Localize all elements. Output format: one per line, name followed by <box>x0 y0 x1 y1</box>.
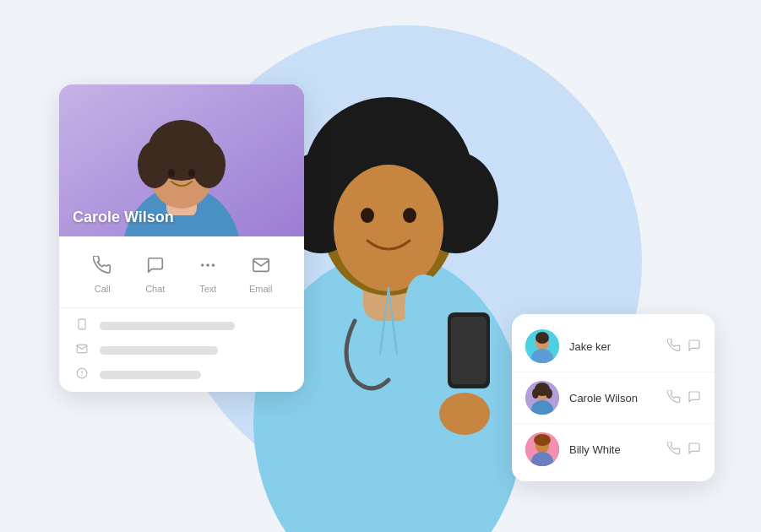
list-item: Billy White <box>512 424 715 475</box>
svg-point-8 <box>403 208 416 223</box>
svg-point-10 <box>439 393 490 435</box>
contact-name-overlay: Carole Wilson <box>73 209 174 226</box>
svg-point-21 <box>192 141 226 188</box>
list-item: Jake ker <box>512 321 715 372</box>
svg-point-24 <box>188 169 195 177</box>
call-label: Call <box>95 284 111 294</box>
contact-card: Carole Wilson Call Chat <box>59 84 304 392</box>
contact-info <box>59 308 304 392</box>
text-icon <box>193 250 223 280</box>
billy-call-icon[interactable] <box>667 442 681 458</box>
jake-avatar <box>525 329 559 363</box>
carole-call-icon[interactable] <box>667 390 681 406</box>
phone-info-line <box>100 322 235 330</box>
contact-actions: Call Chat Text <box>59 236 304 308</box>
svg-point-46 <box>534 434 551 446</box>
svg-point-27 <box>202 264 204 266</box>
list-item: Carole Wilson <box>512 372 715 424</box>
jake-call-icon[interactable] <box>667 339 681 355</box>
phone-info-row <box>76 318 287 333</box>
billy-name: Billy White <box>569 443 657 456</box>
email-label: Email <box>249 284 273 294</box>
contacts-list: Jake ker Car <box>512 314 715 481</box>
info-info-row <box>76 367 287 382</box>
svg-point-23 <box>168 169 175 177</box>
email-icon <box>246 250 276 280</box>
email-info-line <box>100 346 218 355</box>
svg-rect-12 <box>451 317 486 384</box>
svg-point-25 <box>207 264 209 266</box>
carole-avatar <box>525 381 559 415</box>
carole-chat-icon[interactable] <box>688 390 701 406</box>
svg-point-42 <box>546 388 552 399</box>
other-info-line <box>100 371 201 379</box>
svg-rect-28 <box>79 319 85 329</box>
chat-button[interactable]: Chat <box>140 250 171 294</box>
billy-avatar <box>525 432 559 466</box>
email-button[interactable]: Email <box>246 250 276 294</box>
svg-point-26 <box>213 264 215 266</box>
email-info-icon <box>76 343 90 357</box>
svg-point-36 <box>535 332 549 344</box>
svg-point-20 <box>138 141 171 188</box>
chat-label: Chat <box>145 284 165 294</box>
svg-point-7 <box>361 208 374 223</box>
svg-point-41 <box>532 388 539 399</box>
phone-info-icon <box>76 318 90 333</box>
billy-actions <box>667 442 701 458</box>
carole-name: Carole Wilson <box>569 392 657 404</box>
jake-actions <box>667 339 701 355</box>
chat-icon <box>140 250 171 280</box>
billy-chat-icon[interactable] <box>688 442 701 458</box>
contact-card-header: Carole Wilson <box>59 84 304 236</box>
text-label: Text <box>199 284 216 294</box>
carole-actions <box>667 390 701 406</box>
call-button[interactable]: Call <box>87 250 117 294</box>
email-info-row <box>76 343 287 357</box>
info-icon <box>76 367 90 382</box>
svg-point-6 <box>334 165 443 291</box>
jake-name: Jake ker <box>569 340 657 353</box>
jake-chat-icon[interactable] <box>688 339 701 355</box>
text-button[interactable]: Text <box>193 250 223 294</box>
call-icon <box>87 250 117 280</box>
